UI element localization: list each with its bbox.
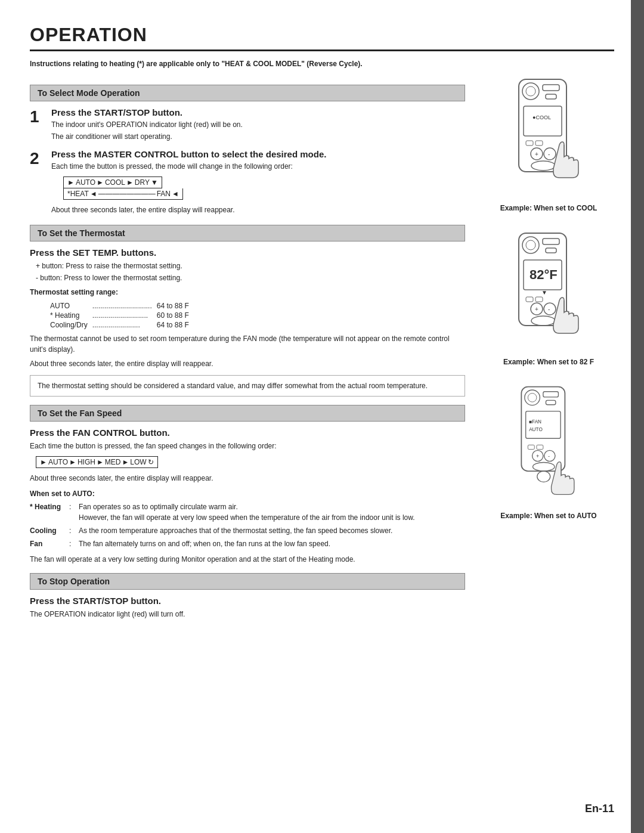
svg-text:▼: ▼ (541, 289, 547, 296)
svg-text:+: + (535, 306, 538, 312)
fan-arr1: ► (40, 458, 47, 466)
range-heating-val: 60 to 88 F (154, 311, 191, 320)
svg-rect-35 (521, 387, 565, 472)
step-1-line-1: The indoor unit's OPERATION indicator li… (51, 119, 243, 130)
bullet-minus: - button: Press to lower the thermostat … (36, 272, 465, 283)
page-title: OPERATION (30, 24, 614, 51)
remote-82f: 82°F ▼ + - Example: When set (501, 230, 596, 366)
auto-heating-colon: : (69, 501, 75, 523)
intro-note: Instructions relating to heating (*) are… (30, 60, 614, 68)
mode-arrow-box-bottom: *HEAT ◄ ———————— FAN ◄ (63, 188, 183, 200)
thermostat-step: Press the SET TEMP. buttons. + button: P… (30, 247, 465, 397)
svg-text:●COOL: ●COOL (532, 114, 551, 120)
arrow-left-1: ◄ (90, 190, 97, 198)
fan-step: Press the FAN CONTROL button. Each time … (30, 428, 465, 565)
auto-item-fan: Fan : The fan alternately turns on and o… (30, 538, 465, 549)
range-cooling-label: Cooling/Dry (48, 320, 90, 330)
auto-item-heating: * Heating : Fan operates so as to optima… (30, 501, 465, 523)
example-cool-text: : When set to COOL (530, 204, 597, 212)
auto-item-cooling: Cooling : As the room temperature approa… (30, 525, 465, 536)
auto-heating-text: Fan operates so as to optimally circulat… (79, 501, 415, 523)
auto-note: The fan will operate at a very low setti… (30, 554, 465, 565)
dash-line: ———————— (98, 190, 156, 198)
auto-heating-label: * Heating (30, 501, 66, 523)
right-column: ●COOL + - Example: (483, 76, 614, 620)
section-header-fan: To Set the Fan Speed (30, 405, 465, 422)
auto-fan-label: Fan (30, 538, 66, 549)
page-number: En-11 (585, 803, 614, 815)
svg-point-53 (537, 471, 550, 482)
range-row-heating: * Heating ............................ 6… (48, 311, 191, 320)
svg-text:82°F: 82°F (530, 267, 558, 282)
range-cooling-dots: ........................ (90, 320, 154, 330)
arrow-down: ▼ (151, 178, 158, 187)
arrow-right-1: ► (67, 178, 75, 187)
mode-cool: COOL (105, 178, 125, 187)
section-header-stop: To Stop Operation (30, 573, 465, 590)
example-cool-bold: Example (500, 204, 530, 212)
step-1-title: Press the START/STOP button. (51, 107, 243, 117)
thermostat-note-text: The thermostat setting should be conside… (38, 382, 428, 390)
fan-arrow-loop: ↻ (148, 458, 154, 466)
fan-arr4: ► (122, 458, 129, 466)
bullet-plus: + button: Press to raise the thermostat … (36, 261, 465, 271)
fan-arr3: ► (97, 458, 104, 466)
stop-line: The OPERATION indicator light (red) will… (30, 609, 465, 620)
range-auto-dots: .............................. (90, 301, 154, 311)
auto-items: * Heating : Fan operates so as to optima… (30, 501, 465, 549)
fan-diagram-row: ► AUTO ► HIGH ► MED ► LOW ↻ (36, 456, 465, 468)
thermostat-ranges: AUTO .............................. 64 t… (48, 301, 465, 330)
sidebar-bar (631, 0, 644, 833)
step-2-content: Press the MASTER CONTROL button to selec… (51, 149, 326, 216)
step-number-1: 1 (30, 109, 45, 125)
example-cool-label: Example: When set to COOL (500, 204, 597, 212)
auto-cooling-label: Cooling (30, 525, 66, 536)
thermostat-note-box: The thermostat setting should be conside… (30, 375, 465, 397)
range-row-cooling: Cooling/Dry ........................ 64 … (48, 320, 191, 330)
step-number-2: 2 (30, 150, 45, 167)
range-heating-dots: ............................ (90, 311, 154, 320)
arrow-right-2: ► (97, 178, 104, 187)
svg-text:-: - (548, 453, 550, 459)
mode-heat-label: *HEAT (67, 190, 89, 198)
example-82f-bold: Example (503, 358, 532, 366)
section-header-thermostat: To Set the Thermostat (30, 225, 465, 241)
step-1: 1 Press the START/STOP button. The indoo… (30, 107, 465, 143)
thermostat-title: Press the SET TEMP. buttons. (30, 247, 465, 258)
fan-med: MED (105, 458, 121, 466)
step-2-about-three: About three seconds later, the entire di… (51, 205, 326, 215)
remote-auto: ■FAN AUTO + - (500, 384, 596, 520)
remote-cool: ●COOL + - Example: (500, 76, 597, 212)
auto-cooling-colon: : (69, 525, 75, 536)
range-cooling-val: 64 to 88 F (154, 320, 191, 330)
main-layout: To Select Mode Operation 1 Press the STA… (30, 76, 614, 620)
auto-fan-text: The fan alternately turns on and off; wh… (79, 538, 330, 549)
left-column: To Select Mode Operation 1 Press the STA… (30, 76, 483, 620)
svg-text:+: + (535, 151, 538, 157)
fan-arrow-box: ► AUTO ► HIGH ► MED ► LOW ↻ (36, 456, 158, 468)
thermostat-about-three: About three seconds later, the entire di… (30, 358, 465, 369)
step-1-line-2: The air conditioner will start operating… (51, 131, 243, 142)
example-82f-label: Example: When set to 82 F (503, 358, 594, 366)
step-2-title: Press the MASTER CONTROL button to selec… (51, 149, 326, 159)
range-table: AUTO .............................. 64 t… (48, 301, 191, 330)
fan-title: Press the FAN CONTROL button. (30, 428, 465, 438)
arrow-right-3: ► (126, 178, 134, 187)
example-auto-text: : When set to AUTO (530, 512, 597, 520)
remote-auto-svg: ■FAN AUTO + - (501, 384, 596, 509)
section-header-select-mode: To Select Mode Operation (30, 85, 465, 101)
mode-dry: DRY (135, 178, 150, 187)
mode-fan: FAN (157, 190, 171, 198)
range-row-auto: AUTO .............................. 64 t… (48, 301, 191, 311)
mode-auto: AUTO (76, 178, 95, 187)
step-1-content: Press the START/STOP button. The indoor … (51, 107, 243, 143)
auto-cooling-text: As the room temperature approaches that … (79, 525, 392, 536)
remote-cool-svg: ●COOL + - (501, 76, 596, 202)
example-82f-text: : When set to 82 F (532, 358, 594, 366)
when-auto-section: When set to AUTO: * Heating : Fan operat… (30, 488, 465, 565)
stop-title: Press the START/STOP button. (30, 596, 465, 606)
fan-high: HIGH (78, 458, 95, 466)
range-auto-label: AUTO (48, 301, 90, 311)
range-auto-val: 64 to 88 F (154, 301, 191, 311)
range-heating-label: * Heating (48, 311, 90, 320)
